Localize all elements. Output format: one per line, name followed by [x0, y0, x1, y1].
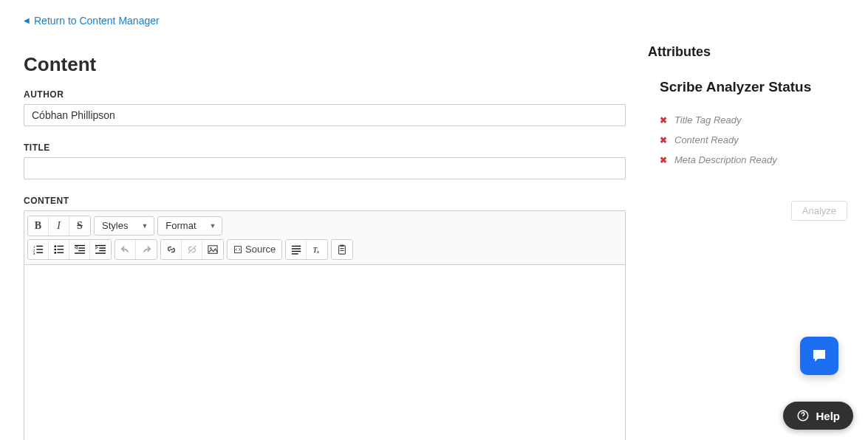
- analyze-button[interactable]: Analyze: [791, 201, 847, 221]
- chat-fab[interactable]: [800, 337, 838, 375]
- svg-point-6: [54, 245, 56, 247]
- svg-text:3: 3: [33, 252, 35, 255]
- paste-button[interactable]: [332, 240, 352, 259]
- clear-format-button[interactable]: Tx: [307, 240, 327, 259]
- svg-rect-9: [57, 249, 64, 250]
- attributes-heading: Attributes: [648, 44, 847, 60]
- author-input[interactable]: [24, 104, 626, 126]
- svg-rect-13: [78, 247, 85, 248]
- svg-rect-1: [36, 245, 43, 246]
- redo-button[interactable]: [136, 240, 157, 259]
- title-input[interactable]: [24, 157, 626, 179]
- svg-rect-28: [292, 250, 301, 251]
- content-label: CONTENT: [24, 196, 626, 206]
- link-button[interactable]: [161, 240, 182, 259]
- svg-rect-21: [95, 252, 106, 253]
- return-link-label: Return to Content Manager: [34, 15, 160, 27]
- bold-button[interactable]: B: [28, 216, 49, 236]
- title-label: TITLE: [24, 142, 626, 153]
- x-icon: ✖: [660, 115, 667, 126]
- svg-marker-19: [95, 246, 98, 249]
- status-label: Title Tag Ready: [674, 114, 741, 126]
- status-item-title-tag: ✖ Title Tag Ready: [660, 114, 847, 126]
- content-heading: Content: [24, 53, 626, 76]
- back-triangle-icon: ◀: [24, 16, 30, 24]
- editor-content-area[interactable]: [24, 265, 625, 441]
- svg-point-37: [803, 418, 804, 419]
- status-item-content: ✖ Content Ready: [660, 134, 847, 145]
- x-icon: ✖: [660, 155, 667, 165]
- chevron-down-icon: ▼: [141, 222, 148, 230]
- svg-rect-35: [341, 250, 344, 250]
- unordered-list-button[interactable]: [49, 240, 69, 259]
- status-item-meta-desc: ✖ Meta Description Ready: [660, 154, 847, 165]
- source-button-label: Source: [245, 244, 276, 255]
- svg-rect-33: [341, 244, 344, 247]
- help-fab[interactable]: Help: [783, 402, 853, 430]
- status-list: ✖ Title Tag Ready ✖ Content Ready ✖ Meta…: [660, 114, 847, 165]
- svg-rect-29: [292, 253, 298, 254]
- svg-rect-32: [339, 245, 346, 253]
- justify-button[interactable]: [286, 240, 307, 259]
- image-button[interactable]: [202, 240, 223, 259]
- format-select[interactable]: Format ▼: [157, 216, 222, 236]
- x-icon: ✖: [660, 135, 667, 145]
- unlink-button[interactable]: [182, 240, 202, 259]
- svg-point-8: [54, 248, 56, 250]
- outdent-button[interactable]: [69, 240, 90, 259]
- author-label: AUTHOR: [24, 89, 626, 100]
- svg-rect-3: [36, 249, 43, 250]
- svg-rect-5: [36, 252, 43, 252]
- strikethrough-button[interactable]: S: [69, 216, 90, 236]
- svg-rect-7: [57, 245, 64, 246]
- indent-button[interactable]: [90, 240, 111, 259]
- help-label: Help: [816, 410, 840, 422]
- svg-rect-18: [99, 247, 106, 248]
- chat-icon: [810, 347, 828, 365]
- svg-rect-27: [292, 248, 301, 249]
- svg-marker-14: [75, 246, 78, 249]
- svg-rect-34: [341, 248, 344, 249]
- undo-button[interactable]: [115, 240, 136, 259]
- scribe-heading: Scribe Analyzer Status: [660, 79, 847, 95]
- editor-toolbar: B I S Styles ▼ Format ▼: [24, 211, 625, 265]
- source-button[interactable]: Source: [228, 240, 281, 259]
- rich-text-editor: B I S Styles ▼ Format ▼: [24, 210, 626, 441]
- svg-rect-11: [57, 252, 64, 252]
- svg-text:x: x: [317, 249, 319, 254]
- status-label: Meta Description Ready: [674, 154, 777, 165]
- ordered-list-button[interactable]: 123: [28, 240, 49, 259]
- svg-rect-20: [99, 250, 106, 250]
- chevron-down-icon: ▼: [210, 222, 216, 230]
- format-select-label: Format: [165, 220, 196, 231]
- styles-select[interactable]: Styles ▼: [94, 216, 154, 236]
- italic-button[interactable]: I: [49, 216, 69, 236]
- status-label: Content Ready: [674, 134, 739, 145]
- svg-rect-15: [78, 250, 85, 250]
- svg-point-24: [210, 247, 211, 249]
- help-icon: [796, 409, 810, 422]
- svg-rect-16: [75, 252, 85, 253]
- svg-rect-17: [95, 244, 106, 245]
- svg-point-10: [54, 252, 56, 254]
- svg-rect-12: [75, 244, 85, 245]
- svg-rect-26: [292, 245, 301, 246]
- return-link[interactable]: ◀ Return to Content Manager: [24, 15, 160, 27]
- styles-select-label: Styles: [102, 220, 128, 231]
